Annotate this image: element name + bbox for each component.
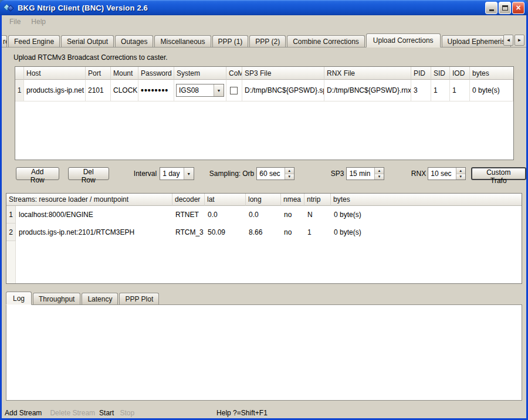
column-header-long[interactable]: long [246,194,281,206]
tab-feed-engine[interactable]: Feed Engine [8,35,60,47]
menu-help[interactable]: Help [26,16,51,27]
tab-ppp-plot[interactable]: PPP Plot [119,293,159,304]
log-pane[interactable] [6,304,522,401]
column-header-sp3-file[interactable]: SP3 File [242,67,324,80]
column-header-decoder[interactable]: decoder [172,194,205,206]
spin-up-icon: ▲ [456,168,465,174]
column-header-mount[interactable]: Mount [111,67,138,80]
tab-throughput[interactable]: Throughput [33,293,80,304]
cell-decoder: RTNET [172,206,205,223]
cell-mount[interactable]: CLOCK [111,80,138,101]
column-header-rnx-file[interactable]: RNX File [324,67,411,80]
tab-ppp-2[interactable]: PPP (2) [249,35,286,47]
column-header-com[interactable]: CoM [226,67,242,80]
column-header-ntrip[interactable]: ntrip [304,194,331,206]
tab-outages[interactable]: Outages [115,35,153,47]
stream-row[interactable]: 1 localhost:8000/ENGINE RTNET 0.0 0.0 no… [6,206,522,223]
column-header-host[interactable]: Host [24,67,86,80]
start-button[interactable]: Start [99,409,114,417]
cell-com [226,80,242,101]
status-bar: Add Stream Delete Stream Start Stop Help… [2,408,526,418]
row-number: 2 [6,223,16,241]
column-header-password[interactable]: Password [138,67,174,80]
column-header-pid[interactable]: PID [411,67,431,80]
column-header-sid[interactable]: SID [431,67,450,80]
cell-sp3-file[interactable]: D:/tmp/BNC${GPSWD}.sp3 [242,80,324,101]
tab-scroll-left-button[interactable]: ◄ [503,35,513,46]
stream-row[interactable]: 2 products.igs-ip.net:2101/RTCM3EPH RTCM… [6,223,522,241]
upload-table-row: 1 products.igs-ip.net 2101 CLOCK •••••••… [15,80,513,101]
column-header-lat[interactable]: lat [205,194,246,206]
spin-buttons[interactable]: ▲ ▼ [456,168,465,179]
maximize-button[interactable] [499,2,511,14]
cell-lat: 50.09 [205,223,246,241]
system-combobox[interactable]: IGS08 ▼ [176,84,224,97]
cell-rnx-file[interactable]: D:/tmp/BNC${GPSWD}.rnx [324,80,411,101]
app-icon [4,2,14,13]
minimize-button[interactable] [485,2,497,14]
column-header-nmea[interactable]: nmea [281,194,304,206]
cell-stream-bytes: 0 byte(s) [331,206,522,223]
custom-trafo-button[interactable]: Custom Trafo [471,167,526,180]
interval-combobox[interactable]: 1 day ▼ [160,167,194,180]
tab-scroll-right-button[interactable]: ► [515,35,524,46]
cell-port[interactable]: 2101 [86,80,111,101]
tab-broadcast-corrections[interactable]: rections [2,35,7,47]
orb-value: 60 sec [257,168,284,179]
tab-miscellaneous[interactable]: Miscellaneous [154,35,211,47]
rnx-label: RNX [411,170,426,178]
minimize-icon [489,9,494,11]
title-bar[interactable]: BKG Ntrip Client (BNC) Version 2.6 × [0,0,528,15]
upload-controls: Add Row Del Row Interval 1 day ▼ Samplin… [2,167,526,180]
cell-password[interactable]: •••••••• [138,80,174,101]
column-header-iod[interactable]: IOD [450,67,470,80]
cell-host[interactable]: products.igs-ip.net [24,80,86,101]
rnx-spinner[interactable]: 10 sec ▲ ▼ [428,167,465,180]
tab-upload-ephemeris[interactable]: Upload Ephemeris [442,35,512,47]
client-area: File Help rections Feed Engine Serial Ou… [2,15,526,418]
sp3-value: 15 min [347,168,374,179]
tab-combine-corrections[interactable]: Combine Corrections [287,35,365,47]
column-header-bytes[interactable]: bytes [470,67,513,80]
cell-mountpoint: products.igs-ip.net:2101/RTCM3EPH [16,223,172,241]
sampling-label: Sampling: [209,170,241,178]
delete-stream-button[interactable]: Delete Stream [50,409,95,417]
add-row-button[interactable]: Add Row [16,167,59,180]
del-row-button[interactable]: Del Row [68,167,109,180]
cell-sid[interactable]: 1 [431,80,450,101]
cell-pid[interactable]: 3 [411,80,431,101]
row-number-strip [6,241,16,283]
spin-down-icon: ▼ [456,174,465,180]
column-header-system[interactable]: System [174,67,226,80]
window-title: BKG Ntrip Client (BNC) Version 2.6 [18,4,482,12]
tab-serial-output[interactable]: Serial Output [61,35,114,47]
tab-log[interactable]: Log [6,292,32,305]
upload-description: Upload RTCMv3 Broadcast Corrections to c… [13,53,526,62]
interval-label: Interval [134,170,157,178]
column-header-stream-bytes[interactable]: bytes [331,194,522,206]
streams-table-empty-area [6,241,522,283]
system-value: IGS08 [177,84,214,96]
com-checkbox[interactable] [230,87,238,94]
cell-ntrip: 1 [304,223,331,241]
cell-long: 0.0 [246,206,281,223]
column-header-port[interactable]: Port [86,67,111,80]
menu-bar: File Help [2,15,526,28]
tab-ppp-1[interactable]: PPP (1) [212,35,249,47]
cell-long: 8.66 [246,223,281,241]
close-button[interactable]: × [512,2,524,14]
upload-table-header: Host Port Mount Password System CoM SP3 … [15,67,513,80]
cell-iod[interactable]: 1 [450,80,470,101]
sp3-spinner[interactable]: 15 min ▲ ▼ [346,167,384,180]
spin-buttons[interactable]: ▲ ▼ [374,168,384,179]
stop-button[interactable]: Stop [120,409,134,417]
add-stream-button[interactable]: Add Stream [5,409,42,417]
tab-latency[interactable]: Latency [82,293,118,304]
menu-file[interactable]: File [4,16,26,27]
cell-bytes[interactable]: 0 byte(s) [470,80,513,101]
spin-buttons[interactable]: ▲ ▼ [285,168,294,179]
column-header-mountpoint[interactable]: Streams: resource loader / mountpoint [6,194,172,206]
tab-upload-corrections[interactable]: Upload Corrections [366,33,441,48]
orb-spinner[interactable]: 60 sec ▲ ▼ [256,167,294,180]
cell-nmea: no [281,206,304,223]
